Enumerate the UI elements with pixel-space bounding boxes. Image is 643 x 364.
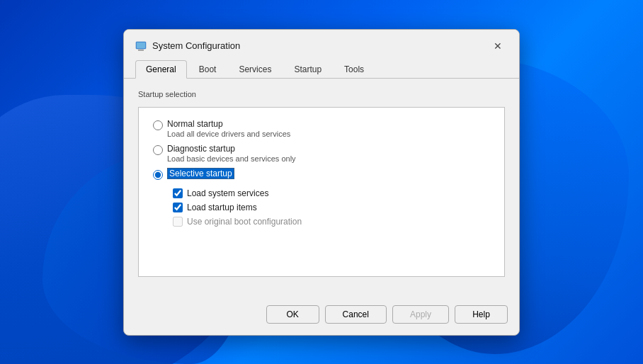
close-button[interactable]: ✕ [488,38,508,54]
tab-content: Startup selection Normal startup Load al… [124,79,519,302]
normal-startup-sublabel: Load all device drivers and services [167,130,290,138]
tabs-bar: General Boot Services Startup Tools [124,54,519,79]
normal-startup-radio[interactable] [153,120,163,130]
button-row: OK Cancel Apply Help [124,302,519,335]
diagnostic-startup-label[interactable]: Diagnostic startup [167,144,296,154]
selective-startup-label-group: Selective startup [167,169,234,178]
help-button[interactable]: Help [455,305,508,324]
tab-general[interactable]: General [135,60,187,79]
load-startup-items-item: Load startup items [173,203,490,212]
load-startup-items-checkbox[interactable] [173,203,183,212]
apply-button[interactable]: Apply [392,305,449,324]
normal-startup-item: Normal startup Load all device drivers a… [153,119,490,138]
titlebar-left: System Configuration [135,40,240,52]
svg-rect-1 [137,42,145,48]
tab-boot[interactable]: Boot [188,60,227,79]
startup-selection-box: Normal startup Load all device drivers a… [138,107,505,277]
tab-services[interactable]: Services [228,60,282,79]
load-startup-items-label[interactable]: Load startup items [187,203,257,212]
titlebar: System Configuration ✕ [124,30,519,54]
use-original-boot-checkbox [173,217,183,227]
selective-startup-label[interactable]: Selective startup [167,169,234,178]
cancel-button[interactable]: Cancel [325,305,387,324]
use-original-boot-label: Use original boot configuration [187,217,302,227]
load-system-services-checkbox[interactable] [173,188,183,198]
system-configuration-dialog: System Configuration ✕ General Boot Serv… [123,29,520,336]
dialog-icon [135,40,147,52]
load-system-services-label[interactable]: Load system services [187,188,268,198]
use-original-boot-item: Use original boot configuration [173,217,490,227]
section-label: Startup selection [138,90,505,98]
selective-startup-radio[interactable] [153,170,163,180]
normal-startup-label-group: Normal startup Load all device drivers a… [167,119,290,138]
svg-rect-2 [138,50,144,51]
normal-startup-label[interactable]: Normal startup [167,119,290,129]
diagnostic-startup-label-group: Diagnostic startup Load basic devices an… [167,144,296,163]
selective-options: Load system services Load startup items … [173,188,490,227]
selective-startup-item: Selective startup [153,169,490,180]
load-system-services-item: Load system services [173,188,490,198]
diagnostic-startup-radio[interactable] [153,145,163,155]
radio-group: Normal startup Load all device drivers a… [153,119,490,227]
dialog-overlay: System Configuration ✕ General Boot Serv… [0,0,643,364]
tab-tools[interactable]: Tools [334,60,375,79]
tab-startup[interactable]: Startup [283,60,332,79]
ok-button[interactable]: OK [266,305,319,324]
diagnostic-startup-sublabel: Load basic devices and services only [167,154,296,163]
selective-label-highlighted: Selective startup [167,168,234,179]
diagnostic-startup-item: Diagnostic startup Load basic devices an… [153,144,490,163]
dialog-title: System Configuration [152,40,240,51]
